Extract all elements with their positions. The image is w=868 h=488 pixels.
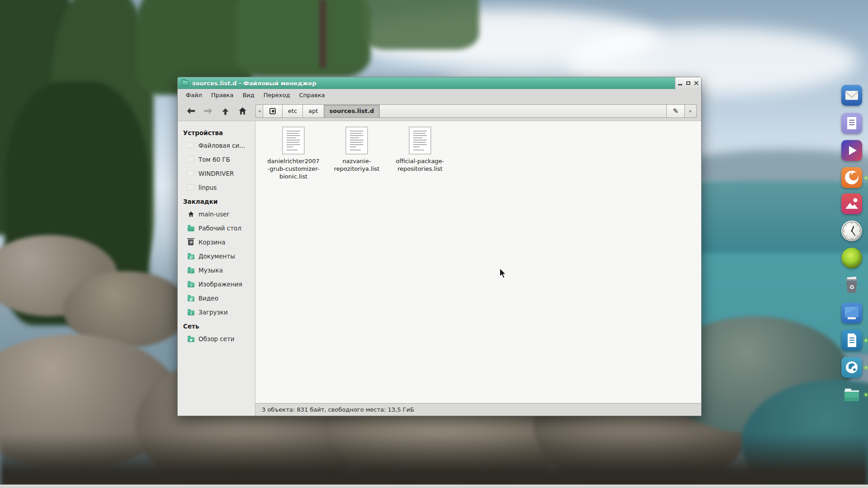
maximize-button[interactable]	[685, 80, 692, 86]
sidebar-item-desktop[interactable]: Рабочий стол	[183, 221, 255, 235]
file-name: danielrichter2007-grub-customizer-bionic…	[267, 157, 320, 180]
file-item[interactable]: danielrichter2007-grub-customizer-bionic…	[262, 127, 325, 180]
folder-icon	[188, 226, 194, 231]
sidebar-item-downloads[interactable]: Загрузки	[183, 305, 255, 319]
window-controls: ×	[675, 77, 701, 89]
close-icon: ×	[693, 80, 699, 86]
text-document-icon	[345, 127, 368, 155]
folder-videos-icon	[188, 296, 194, 301]
close-button[interactable]: ×	[693, 80, 699, 86]
folder-documents-icon	[188, 254, 194, 259]
menu-edit[interactable]: Правка	[207, 90, 238, 100]
clock-icon	[841, 221, 862, 241]
sidebar-section-network: Сеть	[183, 323, 255, 330]
status-text: 3 объекта: 831 байт, свободного места: 1…	[262, 406, 414, 413]
status-bar: 3 объекта: 831 байт, свободного места: 1…	[255, 403, 701, 416]
sidebar-item-linpus[interactable]: linpus	[183, 180, 255, 194]
sidebar-item-videos[interactable]: Видео	[183, 291, 255, 305]
crumb-scroll-left-button[interactable]: ◂	[255, 104, 263, 118]
notes-icon	[841, 113, 862, 134]
sidebar-item-documents[interactable]: Документы	[183, 249, 255, 263]
sidebar-item-music[interactable]: Музыка	[183, 263, 255, 277]
running-indicator	[865, 394, 867, 396]
bottom-panel[interactable]	[0, 484, 868, 488]
text-document-icon	[409, 127, 431, 155]
menubar: Файл Правка Вид Переход Справка	[178, 89, 701, 101]
mail-icon	[841, 85, 862, 106]
globe-icon	[841, 357, 862, 378]
sidebar-item-pictures[interactable]: Изображения	[183, 277, 255, 291]
dock-item-status-orb[interactable]	[841, 248, 862, 268]
titlebar[interactable]: sources.list.d - Файловый менеджер ×	[178, 77, 701, 89]
sidebar-item-trash[interactable]: ♻Корзина	[183, 235, 255, 249]
sidebar: Устройства Файловая си... Том 60 ГБ WIND…	[178, 121, 255, 416]
menu-go[interactable]: Переход	[259, 90, 295, 100]
edit-path-button[interactable]: ✎	[667, 104, 685, 118]
drive-icon	[188, 156, 194, 162]
file-item[interactable]: official-package-repositories.list	[388, 127, 452, 173]
home-icon	[188, 211, 194, 217]
home-button[interactable]	[234, 103, 251, 119]
recycle-bin-icon: ♻	[841, 275, 862, 296]
folder-icon	[841, 384, 862, 405]
dock-item-notes[interactable]	[841, 113, 862, 134]
sidebar-item-home[interactable]: main-user	[183, 207, 255, 221]
file-name: official-package-repositories.list	[393, 157, 447, 173]
minimize-button[interactable]	[677, 80, 684, 86]
sidebar-item-volume-60gb[interactable]: Том 60 ГБ	[183, 152, 255, 166]
desktop-icon	[841, 303, 862, 324]
crumb-scroll-right-button[interactable]: ▸	[685, 104, 697, 118]
dock-item-media-player[interactable]	[841, 140, 862, 161]
sidebar-section-bookmarks: Закладки	[183, 198, 255, 205]
toolbar: ◂ etc apt sources.list.d ✎ ▸	[178, 101, 701, 121]
crumb-apt-button[interactable]: apt	[303, 104, 324, 118]
running-indicator	[865, 366, 867, 369]
path-bar-filler	[380, 104, 667, 118]
menu-file[interactable]: Файл	[181, 90, 207, 100]
play-icon	[841, 140, 862, 161]
path-bar: ◂ etc apt sources.list.d ✎ ▸	[255, 104, 697, 118]
dock-item-clock[interactable]	[841, 221, 862, 241]
sidebar-item-filesystem[interactable]: Файловая си...	[183, 138, 255, 152]
menu-help[interactable]: Справка	[294, 90, 329, 100]
crumb-etc-button[interactable]: etc	[283, 104, 303, 118]
arrow-left-icon	[186, 106, 196, 116]
dock-item-file-manager[interactable]	[841, 384, 862, 405]
dock-item-trash[interactable]: ♻	[841, 275, 862, 296]
photos-icon	[841, 193, 862, 214]
dock-item-writer[interactable]	[841, 330, 862, 351]
trash-icon: ♻	[188, 239, 193, 245]
arrow-up-icon	[221, 106, 230, 116]
dock-item-mail[interactable]	[841, 85, 862, 106]
maximize-icon	[686, 81, 690, 85]
arrow-right-icon	[203, 106, 213, 116]
crumb-sources-list-d-button[interactable]: sources.list.d	[324, 104, 380, 118]
drive-icon	[188, 184, 194, 190]
dock-item-web-browser[interactable]	[841, 357, 862, 378]
window-folder-icon	[182, 80, 189, 86]
firefox-icon	[841, 167, 862, 188]
file-item[interactable]: nazvanie-repozitoriya.list	[325, 127, 388, 173]
folder-downloads-icon	[188, 310, 194, 315]
sidebar-section-devices: Устройства	[183, 129, 255, 136]
sidebar-item-windriver[interactable]: WINDRIVER	[183, 166, 255, 180]
forward-button[interactable]	[199, 103, 217, 119]
folder-pictures-icon	[188, 282, 194, 287]
dock-item-firefox[interactable]	[841, 167, 862, 188]
crumb-filesystem-root-button[interactable]	[263, 104, 283, 118]
dock-item-photos[interactable]	[841, 193, 862, 214]
file-list-view[interactable]: danielrichter2007-grub-customizer-bionic…	[255, 121, 701, 403]
up-button[interactable]	[217, 103, 234, 119]
file-manager-window: sources.list.d - Файловый менеджер × Фай…	[177, 77, 702, 416]
mouse-cursor	[499, 267, 508, 280]
dock-item-desktop[interactable]	[841, 303, 862, 324]
minimize-icon	[678, 84, 682, 85]
file-name: nazvanie-repozitoriya.list	[330, 157, 383, 173]
running-indicator	[865, 339, 867, 342]
back-button[interactable]	[182, 103, 199, 119]
network-folder-icon	[188, 337, 194, 342]
pencil-icon: ✎	[673, 107, 679, 115]
text-document-icon	[282, 127, 305, 155]
sidebar-item-network-browse[interactable]: Обзор сети	[183, 332, 255, 346]
menu-view[interactable]: Вид	[238, 90, 259, 100]
